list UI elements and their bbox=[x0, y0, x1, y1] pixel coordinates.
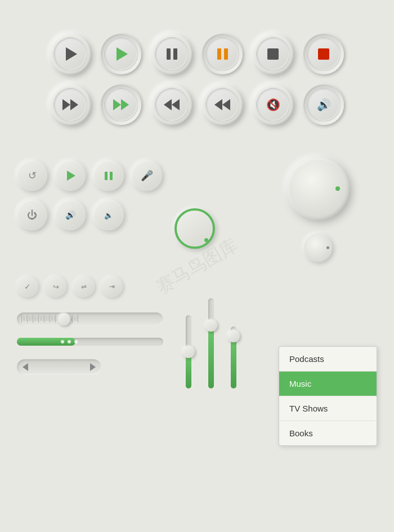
ff-green-icon bbox=[113, 99, 129, 110]
rew2-button-inner bbox=[205, 88, 239, 122]
dropdown-menu: Podcasts Music TV Shows Books bbox=[279, 346, 377, 446]
stop-active-button[interactable] bbox=[303, 34, 344, 74]
ruler-slider[interactable] bbox=[17, 312, 163, 326]
power-button[interactable]: ⏻ bbox=[17, 200, 47, 230]
stop-icon bbox=[267, 48, 279, 60]
v-track-2 bbox=[208, 298, 214, 388]
arrow-slider[interactable] bbox=[17, 359, 101, 375]
tick-container bbox=[21, 315, 159, 323]
vol-on-button-inner: 🔊 bbox=[307, 88, 341, 122]
v-slider-2[interactable] bbox=[208, 298, 214, 388]
pause-active-button[interactable] bbox=[202, 34, 243, 74]
forward-button[interactable]: ↪ bbox=[45, 276, 66, 297]
stop-button[interactable] bbox=[253, 34, 293, 74]
menu-item-tv-shows[interactable]: TV Shows bbox=[279, 396, 377, 421]
play-active-button[interactable] bbox=[101, 34, 141, 74]
green-track bbox=[17, 338, 163, 346]
knob-small[interactable] bbox=[304, 234, 332, 262]
button-row-1 bbox=[50, 34, 344, 74]
reload-icon: ↺ bbox=[28, 171, 37, 181]
dial-medium-dot bbox=[204, 238, 208, 242]
knob-small-dot bbox=[326, 247, 329, 249]
forward-icon: ↪ bbox=[53, 283, 59, 291]
pause-button[interactable] bbox=[151, 34, 192, 74]
stop-button-inner bbox=[256, 37, 290, 71]
v-track-1 bbox=[186, 315, 191, 388]
xsmall-buttons-row: ✓ ↪ ⇌ ⇥ bbox=[17, 276, 123, 297]
v-thumb-2[interactable] bbox=[205, 319, 217, 332]
check-button[interactable]: ✓ bbox=[17, 276, 38, 297]
play-active-button-inner bbox=[104, 37, 138, 71]
pause-button-inner bbox=[155, 37, 189, 71]
small-buttons-row1: ↺ 🎤 bbox=[17, 160, 162, 191]
ff-button[interactable] bbox=[50, 84, 91, 125]
stop-red-icon bbox=[318, 48, 329, 60]
menu-item-books[interactable]: Books bbox=[279, 421, 377, 445]
pause-small-icon bbox=[105, 172, 113, 180]
login-button[interactable]: ⇥ bbox=[101, 276, 123, 297]
knob-large[interactable] bbox=[287, 158, 349, 220]
mic-icon: 🎤 bbox=[141, 171, 153, 181]
stop-active-button-inner bbox=[307, 37, 341, 71]
check-icon: ✓ bbox=[24, 282, 31, 291]
shuffle-button[interactable]: ⇌ bbox=[73, 276, 95, 297]
rew-button[interactable] bbox=[151, 84, 192, 125]
ruler-thumb[interactable] bbox=[58, 313, 70, 325]
reload-button[interactable]: ↺ bbox=[17, 160, 47, 191]
green-slider[interactable] bbox=[17, 338, 163, 346]
ff-active-button-inner bbox=[104, 88, 138, 122]
vol-on-button[interactable]: 🔊 bbox=[303, 84, 344, 125]
play-small-button[interactable] bbox=[55, 160, 86, 191]
v-track-3 bbox=[231, 327, 236, 388]
play-green-icon bbox=[117, 47, 128, 61]
vol-off-icon: 🔇 bbox=[266, 98, 280, 111]
menu-item-music[interactable]: Music bbox=[279, 372, 377, 396]
volume-down-icon: 🔈 bbox=[104, 211, 113, 220]
volume-icon: 🔊 bbox=[65, 210, 76, 220]
green-dots bbox=[61, 340, 78, 343]
button-row-2: 🔇 🔊 bbox=[50, 84, 344, 125]
arrow-left-icon[interactable] bbox=[23, 363, 28, 371]
vertical-sliders bbox=[186, 298, 236, 388]
play-icon bbox=[66, 47, 77, 61]
main-container: 赛马鸟图库 bbox=[0, 0, 394, 532]
ruler-ticks bbox=[21, 315, 159, 323]
v-fill-3 bbox=[231, 336, 236, 389]
rew-button-inner bbox=[155, 88, 189, 122]
rew2-button[interactable] bbox=[202, 84, 243, 125]
play-button[interactable] bbox=[50, 34, 91, 74]
ff-icon bbox=[62, 99, 78, 110]
rew-icon bbox=[164, 99, 180, 110]
dial-medium[interactable] bbox=[174, 208, 215, 249]
login-icon: ⇥ bbox=[109, 283, 115, 290]
v-thumb-1[interactable] bbox=[182, 346, 195, 358]
arrow-right-icon[interactable] bbox=[90, 363, 96, 371]
menu-item-podcasts[interactable]: Podcasts bbox=[279, 347, 377, 372]
v-slider-3[interactable] bbox=[231, 327, 236, 388]
rew2-icon bbox=[214, 99, 230, 110]
ruler-track bbox=[17, 312, 163, 326]
volume-down-button[interactable]: 🔈 bbox=[93, 200, 124, 230]
pause-active-button-inner bbox=[205, 37, 239, 71]
shuffle-icon: ⇌ bbox=[81, 283, 87, 290]
volume-button[interactable]: 🔊 bbox=[55, 200, 86, 230]
pause-small-button[interactable] bbox=[93, 160, 124, 191]
knob-large-dot bbox=[335, 186, 340, 191]
small-buttons-row2: ⏻ 🔊 🔈 bbox=[17, 200, 124, 230]
vol-on-icon: 🔊 bbox=[317, 98, 331, 111]
v-thumb-3[interactable] bbox=[227, 330, 240, 342]
large-buttons-section: 🔇 🔊 bbox=[50, 34, 344, 125]
play-button-inner bbox=[53, 37, 87, 71]
vol-off-button-inner: 🔇 bbox=[256, 88, 290, 122]
v-slider-1[interactable] bbox=[186, 315, 191, 388]
v-fill-2 bbox=[208, 325, 214, 388]
mic-button[interactable]: 🎤 bbox=[132, 160, 162, 191]
ff-button-inner bbox=[53, 88, 87, 122]
ff-active-button[interactable] bbox=[101, 84, 141, 125]
pause-orange-icon bbox=[217, 48, 228, 60]
vol-off-button[interactable]: 🔇 bbox=[253, 84, 293, 125]
play-small-icon bbox=[67, 171, 75, 181]
power-icon: ⏻ bbox=[27, 209, 37, 221]
pause-icon bbox=[167, 48, 177, 60]
